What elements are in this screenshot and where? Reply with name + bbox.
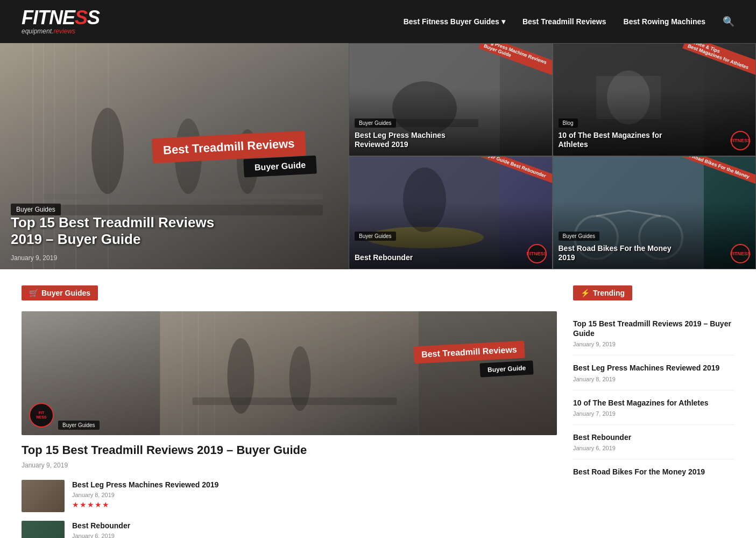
logo[interactable]: FITNESS equipment.reviews [22,8,100,35]
svg-point-7 [91,108,124,194]
hero-main-title: Top 15 Best Treadmill Reviews 2019 – Buy… [11,214,226,248]
trending-title-4[interactable]: Best Road Bikes For the Money 2019 [573,467,734,477]
svg-rect-11 [43,194,323,199]
logo-icon-4: FITNESS [731,244,750,263]
article-list: Best Leg Press Machines Reviewed 2019 Ja… [22,480,557,538]
main-column: 🛒 Buyer Guides [22,285,557,538]
article-thumb-1 [22,521,65,538]
article-title-0[interactable]: Best Leg Press Machines Reviewed 2019 [72,480,557,490]
trending-item-2[interactable]: 10 of The Best Magazines for Athletes Ja… [573,390,734,425]
featured-bg [22,311,557,435]
trending-title-2[interactable]: 10 of The Best Magazines for Athletes [573,398,734,408]
hero-cell-leg-press[interactable]: Leg Press Machine ReviewsBuyer Guide Buy… [349,43,553,156]
hero-badge-buyer-guide: Buyer Guide [243,155,317,177]
hero-cell-road-bikes[interactable]: Best Road Bikes For the Money Buyer Guid… [553,156,757,269]
cell-category-2: Blog [559,118,578,128]
cell-title-4: Best Road Bikes For the Money 2019 [559,244,677,262]
featured-badge-black: Buyer Guide [479,360,534,377]
trending-item-1[interactable]: Best Leg Press Machines Reviewed 2019 Ja… [573,355,734,390]
logo-subtext: equipment.reviews [22,27,100,35]
trending-section-header: ⚡ Trending [573,285,734,301]
main-nav: Best Fitness Buyer Guides ▾ Best Treadmi… [404,16,734,27]
hero-grid: Leg Press Machine ReviewsBuyer Guide Buy… [349,43,756,269]
buyer-guides-section-header: 🛒 Buyer Guides [22,285,557,301]
cell-category-1: Buyer Guides [355,118,396,128]
trending-date-1: January 8, 2019 [573,376,734,382]
hero-main-date: January 9, 2019 [11,254,57,262]
trending-date-3: January 6, 2019 [573,445,734,451]
svg-rect-29 [198,311,199,435]
trending-title-0[interactable]: Top 15 Best Treadmill Reviews 2019 – Buy… [573,319,734,338]
logo-text: FITNESS [22,8,100,27]
article-date-0: January 8, 2019 [72,492,557,498]
logo-icon-3: FITNESS [527,244,547,263]
featured-article: Best Treadmill Reviews Buyer Guide FITNE… [22,311,557,469]
featured-image[interactable]: Best Treadmill Reviews Buyer Guide FITNE… [22,311,557,435]
article-item[interactable]: Best Leg Press Machines Reviewed 2019 Ja… [22,480,557,512]
cell-title-1: Best Leg Press Machines Reviewed 2019 [355,131,473,149]
featured-category: Buyer Guides [58,421,100,430]
article-thumb-0 [22,480,65,512]
article-title-1[interactable]: Best Rebounder [72,521,557,530]
svg-rect-28 [182,311,183,435]
nav-item-treadmill[interactable]: Best Treadmill Reviews [522,17,606,26]
buyer-guides-tag: 🛒 Buyer Guides [22,285,98,301]
cell-title-2: 10 of The Best Magazines for Athletes [559,131,677,149]
content-area: 🛒 Buyer Guides [0,269,756,538]
nav-item-rowing[interactable]: Best Rowing Machines [624,17,705,26]
trending-list: Top 15 Best Treadmill Reviews 2019 – Buy… [573,311,734,487]
article-info-1: Best Rebounder January 6, 2019 ★★★★½ [72,521,557,538]
search-icon[interactable]: 🔍 [723,16,734,27]
featured-date: January 9, 2019 [22,462,557,469]
hero-cell-magazines[interactable]: Advice & TipsBest Magazines for Athletes… [553,43,757,156]
trending-title-1[interactable]: Best Leg Press Machines Reviewed 2019 [573,363,734,373]
lightning-icon: ⚡ [581,289,590,297]
trending-date-0: January 9, 2019 [573,341,734,347]
featured-logo: FITNESS [29,403,54,428]
logo-icon-2: FITNESS [731,131,750,150]
article-info-0: Best Leg Press Machines Reviewed 2019 Ja… [72,480,557,509]
trending-date-2: January 7, 2019 [573,410,734,417]
cell-title-3: Best Rebounder [355,253,413,262]
svg-rect-33 [193,397,397,405]
hero-main[interactable]: Best Treadmill Reviews Buyer Guide Buyer… [0,43,349,269]
trending-item-3[interactable]: Best Rebounder January 6, 2019 [573,425,734,459]
hero-cell-rebounder[interactable]: Buyer Guide Best Rebounder Buyer Guides … [349,156,553,269]
chevron-down-icon: ▾ [501,17,505,26]
cell-category-4: Buyer Guides [559,232,600,241]
cell-category-3: Buyer Guides [355,232,396,241]
header: FITNESS equipment.reviews Best Fitness B… [0,0,756,43]
trending-title-3[interactable]: Best Rebounder [573,432,734,442]
article-stars-0: ★★★★★ [72,500,557,509]
trending-item-0[interactable]: Top 15 Best Treadmill Reviews 2019 – Buy… [573,311,734,355]
svg-rect-30 [214,311,215,435]
sidebar: ⚡ Trending Top 15 Best Treadmill Reviews… [573,285,734,538]
featured-title[interactable]: Top 15 Best Treadmill Reviews 2019 – Buy… [22,443,557,458]
trending-item-4[interactable]: Best Road Bikes For the Money 2019 [573,459,734,487]
article-item[interactable]: Best Rebounder January 6, 2019 ★★★★½ [22,521,557,538]
cell-overlay-3 [349,157,552,269]
nav-item-buyer-guides[interactable]: Best Fitness Buyer Guides ▾ [404,17,505,26]
article-date-1: January 6, 2019 [72,533,557,538]
cart-icon: 🛒 [29,289,38,297]
hero-section: Best Treadmill Reviews Buyer Guide Buyer… [0,43,756,269]
trending-tag: ⚡ Trending [573,285,632,301]
